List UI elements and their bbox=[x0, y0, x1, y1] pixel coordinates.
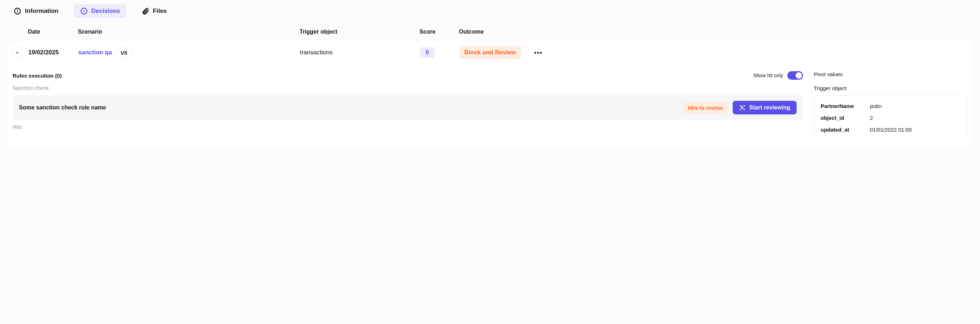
show-hit-only-label: Show hit only bbox=[753, 73, 783, 78]
hits-heading: Hits bbox=[13, 124, 803, 130]
kv-row: PartnerName putin bbox=[821, 100, 961, 112]
kv-key: updated_at bbox=[821, 127, 864, 132]
chevron-down-icon bbox=[15, 50, 19, 55]
compass-icon bbox=[80, 7, 88, 15]
tab-information-label: Information bbox=[25, 8, 59, 15]
expand-button[interactable] bbox=[13, 48, 22, 57]
score-badge: 0 bbox=[420, 47, 434, 58]
header-score: Score bbox=[420, 29, 459, 35]
tab-files-label: Files bbox=[153, 8, 167, 15]
outcome-badge: Block and Review bbox=[459, 46, 521, 59]
header-date: Date bbox=[28, 29, 78, 35]
svg-line-6 bbox=[743, 108, 743, 109]
kv-key: PartnerName bbox=[821, 103, 864, 109]
more-actions-button[interactable] bbox=[531, 52, 545, 54]
start-reviewing-label: Start reviewing bbox=[749, 104, 790, 111]
kv-key: object_id bbox=[821, 115, 864, 121]
start-reviewing-button[interactable]: Start reviewing bbox=[733, 101, 797, 115]
kv-val: 2 bbox=[870, 115, 873, 121]
version-badge: V5 bbox=[115, 48, 132, 57]
tab-files[interactable]: Files bbox=[135, 4, 173, 18]
svg-point-5 bbox=[741, 107, 743, 109]
decision-card: 19/02/2025 sanction qa V5 transactions 0… bbox=[7, 40, 973, 149]
trigger-object-box: PartnerName putin object_id 2 updated_at… bbox=[814, 96, 967, 140]
table-headers: Date Scenario Trigger object Score Outco… bbox=[7, 25, 973, 40]
sanction-check-heading: Sanction check bbox=[13, 85, 803, 91]
kv-val: 01/01/2022 01:00 bbox=[870, 127, 912, 132]
rules-execution-label: Rules execution (0) bbox=[13, 73, 62, 79]
scan-icon bbox=[739, 104, 746, 111]
kv-row: object_id 2 bbox=[821, 112, 961, 124]
header-scenario: Scenario bbox=[78, 29, 299, 35]
toggle-knob bbox=[795, 72, 802, 79]
svg-point-2 bbox=[18, 10, 18, 10]
tabs: Information Decisions Files bbox=[7, 3, 973, 25]
rule-name: Some sanction check rule name bbox=[19, 104, 678, 111]
decision-trigger: transactions bbox=[300, 49, 420, 56]
decision-row: 19/02/2025 sanction qa V5 transactions 0… bbox=[8, 40, 972, 65]
kv-val: putin bbox=[870, 103, 882, 109]
tab-decisions[interactable]: Decisions bbox=[74, 4, 127, 18]
info-icon bbox=[14, 7, 21, 15]
hits-to-review-badge: Hits to review bbox=[683, 102, 728, 114]
kv-row: updated_at 01/01/2022 01:00 bbox=[821, 124, 961, 136]
svg-marker-4 bbox=[83, 10, 85, 12]
trigger-object-heading: Trigger object bbox=[814, 85, 967, 91]
header-trigger: Trigger object bbox=[299, 29, 420, 35]
tab-information[interactable]: Information bbox=[7, 4, 65, 18]
tab-decisions-label: Decisions bbox=[92, 8, 120, 15]
scenario-link[interactable]: sanction qa bbox=[78, 49, 112, 56]
decision-date: 19/02/2025 bbox=[28, 49, 78, 56]
pivot-values-heading: Pivot values bbox=[814, 71, 967, 77]
attachment-icon bbox=[142, 7, 150, 15]
rule-row: Some sanction check rule name Hits to re… bbox=[13, 95, 803, 120]
header-outcome: Outcome bbox=[459, 29, 530, 35]
show-hit-only-toggle[interactable] bbox=[788, 71, 803, 80]
